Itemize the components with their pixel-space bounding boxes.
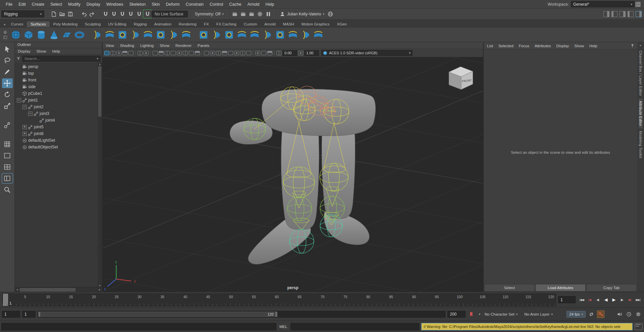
ae-menu-attributes[interactable]: Attributes xyxy=(532,44,554,48)
screen-space-ao-icon[interactable] xyxy=(234,51,239,55)
trim-tool-button[interactable] xyxy=(223,28,235,41)
wireframe-mode-icon[interactable] xyxy=(204,51,209,55)
play-backwards-button[interactable]: ◀ xyxy=(602,296,610,304)
auto-keyframe-toggle[interactable] xyxy=(597,311,604,318)
outliner-search-input[interactable]: Search... ▾ xyxy=(22,56,101,62)
bevel-plus-button[interactable] xyxy=(180,28,193,41)
snap-to-curves-button[interactable] xyxy=(110,10,118,18)
menu-modify[interactable]: Modify xyxy=(65,0,84,9)
menu-display[interactable]: Display xyxy=(84,0,103,9)
outliner-item-top[interactable]: top xyxy=(15,70,98,77)
shaded-mode-icon[interactable] xyxy=(210,51,215,55)
isolate-select-icon[interactable] xyxy=(255,51,260,55)
menu-skeleton[interactable]: Skeleton xyxy=(126,0,149,9)
range-start-grip[interactable] xyxy=(39,312,40,317)
lock-camera-icon[interactable] xyxy=(110,51,115,55)
gamma-field[interactable]: 1.00 xyxy=(304,50,319,56)
layout-four-pane-button[interactable] xyxy=(2,162,13,172)
shelf-tab-list-icon[interactable] xyxy=(3,35,7,40)
nurbs-cube-button[interactable] xyxy=(22,28,35,41)
tab-modeling-toolkit[interactable]: Modeling Toolkit xyxy=(639,129,643,161)
xray-joints-icon[interactable] xyxy=(267,51,272,55)
menu-create[interactable]: Create xyxy=(29,0,48,9)
toggle-attribute-editor-button[interactable] xyxy=(620,11,626,17)
camera-attributes-icon[interactable] xyxy=(116,51,121,55)
shadows-icon[interactable] xyxy=(228,51,233,55)
image-plane-icon[interactable] xyxy=(128,51,133,55)
time-slider[interactable]: 1 5 10 15 20 25 30 35 40 45 50 55 60 65 … xyxy=(2,293,556,306)
grid-toggle-icon[interactable] xyxy=(159,51,164,55)
ae-menu-help[interactable]: Help xyxy=(587,44,600,48)
outliner-item-side[interactable]: side xyxy=(15,83,98,90)
animation-start-field[interactable]: 1 xyxy=(2,311,20,318)
outliner-item-front[interactable]: front xyxy=(15,77,98,83)
redo-button[interactable] xyxy=(88,10,96,18)
nurbs-cylinder-button[interactable] xyxy=(35,28,48,41)
select-camera-icon[interactable] xyxy=(104,51,109,55)
snap-to-view-planes-button[interactable] xyxy=(135,10,143,18)
render-current-frame-button[interactable] xyxy=(239,10,248,18)
layout-single-pane-button[interactable] xyxy=(2,151,13,160)
project-curve-button[interactable] xyxy=(197,28,210,41)
symmetry-selector[interactable]: Symmetry: Off ▾ xyxy=(193,10,226,18)
range-slider-thumb[interactable]: 120 xyxy=(38,312,277,317)
fps-selector[interactable]: 24 fps ▾ xyxy=(567,311,586,318)
rotate-tool[interactable] xyxy=(2,90,13,99)
nurbs-cone-button[interactable] xyxy=(48,28,60,41)
time-snap-icon[interactable] xyxy=(625,311,633,318)
menu-windows[interactable]: Windows xyxy=(103,0,126,9)
gate-mask-icon[interactable] xyxy=(177,51,182,55)
menu-file[interactable]: File xyxy=(3,0,15,9)
range-slider[interactable]: 120 xyxy=(38,311,445,318)
outliner-item-joint3[interactable]: −joint3 xyxy=(15,110,98,117)
outliner-item-pcube1[interactable]: pCube1 xyxy=(15,90,98,97)
shelf-tab-sculpting[interactable]: Sculpting xyxy=(81,21,104,27)
outliner-item-joint4[interactable]: joint4 xyxy=(15,117,98,124)
untrim-button[interactable] xyxy=(235,28,248,41)
user-account-menu[interactable]: Julian Kelly-Valerio ▾ xyxy=(278,10,326,18)
view-cube[interactable]: FRONT xyxy=(449,67,473,89)
current-tool-joint-tool[interactable] xyxy=(2,120,13,130)
bookmark-view-icon[interactable] xyxy=(122,51,127,55)
viewport-menu-shading[interactable]: Shading xyxy=(117,44,137,48)
exposure-icon[interactable] xyxy=(276,51,281,55)
ae-menu-selected[interactable]: Selected xyxy=(496,44,516,48)
scroll-right-icon[interactable]: ▸ xyxy=(97,288,102,291)
viewport-menu-lighting[interactable]: Lighting xyxy=(137,44,157,48)
boundary-button[interactable] xyxy=(154,28,167,41)
step-back-frame-button[interactable]: ◀| xyxy=(594,296,602,304)
animation-preferences-icon[interactable] xyxy=(635,311,642,318)
outliner-item-defaultlightset[interactable]: defaultLightSet xyxy=(15,137,98,144)
outliner-item-joint1[interactable]: −joint1 xyxy=(15,97,98,104)
toggle-modeling-toolkit-button[interactable] xyxy=(603,11,609,17)
ae-menu-show[interactable]: Show xyxy=(572,44,587,48)
current-frame-field[interactable]: 1 xyxy=(558,296,576,303)
ae-menu-list[interactable]: List xyxy=(484,44,496,48)
extend-surfaces-button[interactable] xyxy=(299,28,312,41)
viewport-canvas[interactable]: FRONT x y z persp xyxy=(103,57,483,292)
bookmark-icon[interactable] xyxy=(468,311,475,318)
outliner-menu-display[interactable]: Display xyxy=(15,49,34,53)
outliner-horizontal-scrollbar[interactable]: ◂ ▸ xyxy=(15,287,102,292)
shelf-tab-animation[interactable]: Animation xyxy=(151,21,175,27)
playback-start-field[interactable]: 1 xyxy=(22,311,36,318)
render-settings-button[interactable] xyxy=(256,10,264,18)
layout-outliner-persp-button[interactable] xyxy=(2,174,13,183)
planar-button[interactable] xyxy=(116,28,129,41)
intersect-surfaces-button[interactable] xyxy=(210,28,223,41)
grid-snap-tool[interactable] xyxy=(2,139,13,149)
resolution-gate-icon[interactable] xyxy=(171,51,176,55)
animation-end-field[interactable]: 200 xyxy=(447,311,466,318)
next-key-button[interactable]: ▶| xyxy=(626,296,634,304)
shelf-menu-icon[interactable] xyxy=(3,30,7,35)
shelf-tab-poly-modeling[interactable]: Poly Modeling xyxy=(50,21,81,27)
scroll-down-icon[interactable]: ▾ xyxy=(99,284,100,287)
menu-set-selector[interactable]: Rigging ▾ xyxy=(1,10,44,17)
shelf-tab-rigging[interactable]: Rigging xyxy=(130,21,151,27)
anim-layer-selector[interactable]: No Anim Layer ▾ xyxy=(522,311,555,318)
character-set-selector[interactable]: No Character Set ▾ xyxy=(482,311,520,318)
shelf-tab-fx-caching[interactable]: FX Caching xyxy=(213,21,240,27)
select-button[interactable]: Select xyxy=(484,284,535,291)
grease-pencil-icon[interactable] xyxy=(153,51,158,55)
menu-deform[interactable]: Deform xyxy=(163,0,183,9)
